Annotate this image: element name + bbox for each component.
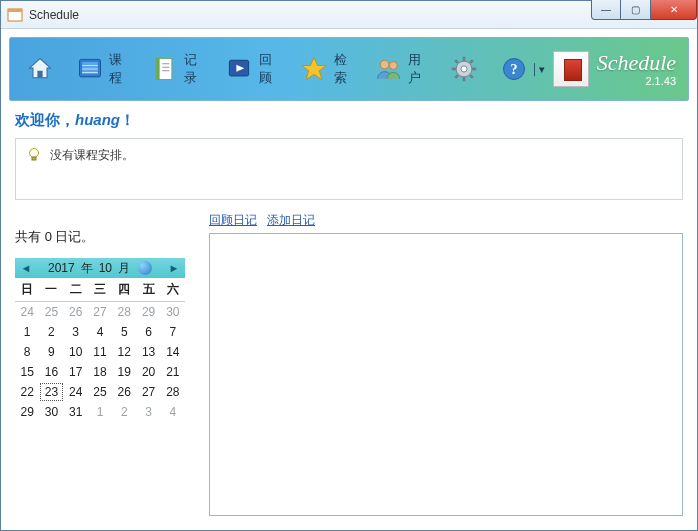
toolbar-label: 回顾 <box>259 51 284 87</box>
svg-point-31 <box>30 149 39 158</box>
diary-links-row: 回顾日记 添加日记 <box>209 212 683 229</box>
calendar-day[interactable]: 2 <box>39 322 63 342</box>
calendar-day[interactable]: 19 <box>112 362 136 382</box>
toolbar-search[interactable]: 检索 <box>292 47 365 91</box>
svg-line-27 <box>455 75 458 78</box>
calendar-day[interactable]: 27 <box>136 382 160 402</box>
review-diary-link[interactable]: 回顾日记 <box>209 212 257 229</box>
toolbar-users[interactable]: 用户 <box>367 47 440 91</box>
notice-text: 没有课程安排。 <box>50 147 134 164</box>
calendar-day[interactable]: 22 <box>15 382 39 402</box>
minimize-button[interactable]: — <box>591 0 621 20</box>
svg-rect-3 <box>37 71 42 78</box>
calendar-day[interactable]: 6 <box>136 322 160 342</box>
calendar-day[interactable]: 18 <box>88 362 112 382</box>
calendar-day[interactable]: 24 <box>15 302 39 322</box>
calendar-day[interactable]: 15 <box>15 362 39 382</box>
home-icon <box>24 53 56 85</box>
calendar-day[interactable]: 4 <box>88 322 112 342</box>
calendar-day[interactable]: 17 <box>64 362 88 382</box>
add-diary-link[interactable]: 添加日记 <box>267 212 315 229</box>
calendar-month: 10 <box>99 261 112 275</box>
calendar-year: 2017 <box>48 261 75 275</box>
records-icon <box>149 53 180 85</box>
diary-textarea[interactable] <box>209 233 683 516</box>
app-icon <box>7 7 23 23</box>
calendar-day[interactable]: 9 <box>39 342 63 362</box>
toolbar-records[interactable]: 记录 <box>143 47 216 91</box>
calendar-day[interactable]: 28 <box>112 302 136 322</box>
calendar-day[interactable]: 26 <box>112 382 136 402</box>
lightbulb-icon <box>26 147 42 163</box>
toolbar-review[interactable]: 回顾 <box>218 47 291 91</box>
calendar-day[interactable]: 1 <box>15 322 39 342</box>
calendar-day[interactable]: 25 <box>88 382 112 402</box>
calendar-dow: 六 <box>161 278 185 302</box>
calendar-day[interactable]: 31 <box>64 402 88 422</box>
calendar-dow: 二 <box>64 278 88 302</box>
calendar-day[interactable]: 26 <box>64 302 88 322</box>
calendar-day[interactable]: 13 <box>136 342 160 362</box>
svg-line-28 <box>470 60 473 63</box>
svg-point-20 <box>461 66 467 72</box>
brand-logo-icon <box>553 51 589 87</box>
toolbar-home[interactable] <box>18 49 66 89</box>
svg-marker-16 <box>302 58 327 80</box>
calendar-day[interactable]: 2 <box>112 402 136 422</box>
svg-text:?: ? <box>510 62 517 77</box>
calendar-day[interactable]: 20 <box>136 362 160 382</box>
maximize-button[interactable]: ▢ <box>621 0 651 20</box>
calendar-day[interactable]: 27 <box>88 302 112 322</box>
calendar-day[interactable]: 3 <box>136 402 160 422</box>
gear-icon <box>448 53 480 85</box>
diary-count: 0 <box>45 229 52 244</box>
window-controls: — ▢ ✕ <box>591 1 697 28</box>
svg-rect-32 <box>32 157 36 160</box>
calendar-day[interactable]: 30 <box>161 302 185 322</box>
calendar-day[interactable]: 23 <box>39 382 63 402</box>
brand-version: 2.1.43 <box>645 75 676 87</box>
brand-name: Schedule <box>597 51 676 75</box>
calendar-day[interactable]: 29 <box>136 302 160 322</box>
svg-point-18 <box>389 62 397 70</box>
calendar-day[interactable]: 1 <box>88 402 112 422</box>
welcome-suffix: ！ <box>120 111 135 128</box>
calendar-day[interactable]: 21 <box>161 362 185 382</box>
calendar-today-icon[interactable] <box>138 261 152 275</box>
calendar-day[interactable]: 24 <box>64 382 88 402</box>
calendar-day[interactable]: 29 <box>15 402 39 422</box>
calendar-next-button[interactable]: ► <box>167 261 181 275</box>
help-icon: ? <box>498 53 530 85</box>
calendar-day[interactable]: 10 <box>64 342 88 362</box>
calendar-day[interactable]: 12 <box>112 342 136 362</box>
content-area: 欢迎你，huang！ 没有课程安排。 共有 0 日记。 ◄ 2017 年 1 <box>1 109 697 530</box>
right-pane: 回顾日记 添加日记 <box>209 212 683 516</box>
toolbar-label: 用户 <box>408 51 433 87</box>
calendar-day[interactable]: 28 <box>161 382 185 402</box>
main-toolbar: 课程 记录 回顾 检索 用户 <box>9 37 689 101</box>
welcome-line: 欢迎你，huang！ <box>15 111 683 130</box>
users-icon <box>373 53 404 85</box>
welcome-prefix: 欢迎你， <box>15 111 75 128</box>
calendar: ◄ 2017 年 10 月 ► 日一二三四五六 2425262728293012… <box>15 258 185 422</box>
svg-point-17 <box>380 60 389 69</box>
calendar-day[interactable]: 30 <box>39 402 63 422</box>
close-button[interactable]: ✕ <box>651 0 697 20</box>
calendar-day[interactable]: 5 <box>112 322 136 342</box>
calendar-day[interactable]: 3 <box>64 322 88 342</box>
toolbar-help[interactable]: ? │▾ <box>492 49 551 89</box>
toolbar-courses[interactable]: 课程 <box>68 47 141 91</box>
calendar-day[interactable]: 8 <box>15 342 39 362</box>
calendar-dow: 三 <box>88 278 112 302</box>
toolbar-settings[interactable] <box>442 49 490 89</box>
calendar-day[interactable]: 11 <box>88 342 112 362</box>
calendar-day[interactable]: 7 <box>161 322 185 342</box>
calendar-day[interactable]: 16 <box>39 362 63 382</box>
calendar-day[interactable]: 14 <box>161 342 185 362</box>
toolbar-label: 检索 <box>334 51 359 87</box>
calendar-day[interactable]: 4 <box>161 402 185 422</box>
calendar-prev-button[interactable]: ◄ <box>19 261 33 275</box>
courses-icon <box>74 53 105 85</box>
calendar-day[interactable]: 25 <box>39 302 63 322</box>
notice-box: 没有课程安排。 <box>15 138 683 200</box>
